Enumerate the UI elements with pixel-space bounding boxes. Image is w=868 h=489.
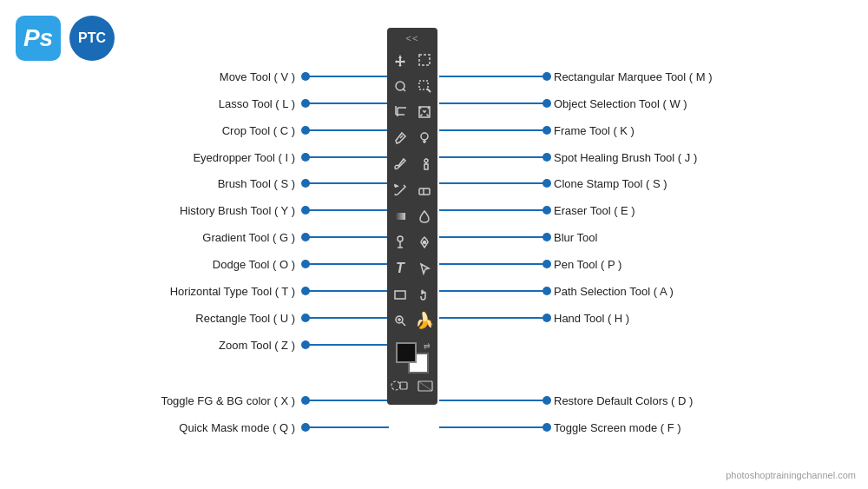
dodge-tool-icon[interactable] xyxy=(389,231,411,254)
svg-point-1 xyxy=(301,72,310,81)
rectangle-tool-label: Rectangle Tool ( U ) xyxy=(195,312,295,325)
rectangular-marquee-label: Rectangular Marquee Tool ( M ) xyxy=(554,70,713,83)
hand-tool-icon[interactable] xyxy=(413,283,436,306)
brush-tool-icon[interactable] xyxy=(389,153,411,175)
path-selection-label: Path Selection Tool ( A ) xyxy=(554,285,674,298)
eraser-tool-label: Eraser Tool ( E ) xyxy=(554,204,635,217)
swap-colors-icon[interactable]: ⇄ xyxy=(424,341,431,350)
svg-rect-80 xyxy=(400,382,407,389)
tool-row-9: T xyxy=(387,255,437,281)
toggle-fg-bg-label: Toggle FG & BG color ( X ) xyxy=(161,394,295,407)
svg-point-27 xyxy=(542,126,551,135)
history-brush-label: History Brush Tool ( Y ) xyxy=(180,204,295,217)
svg-point-21 xyxy=(301,340,310,349)
frame-tool-icon[interactable] xyxy=(413,101,436,123)
svg-marker-50 xyxy=(395,55,405,67)
logos: Ps PTC xyxy=(16,16,115,61)
svg-point-37 xyxy=(542,260,551,268)
svg-point-35 xyxy=(542,233,551,241)
svg-point-23 xyxy=(542,72,551,81)
lasso-tool-label: Lasso Tool ( L ) xyxy=(219,97,295,110)
svg-point-41 xyxy=(542,314,551,322)
svg-line-53 xyxy=(403,89,405,91)
clone-stamp-label: Clone Stamp Tool ( S ) xyxy=(554,177,667,190)
fg-color-box[interactable] xyxy=(396,342,417,363)
svg-point-47 xyxy=(542,396,551,405)
lasso-tool-icon[interactable] xyxy=(389,75,411,97)
tool-row-5 xyxy=(387,151,437,177)
svg-point-63 xyxy=(421,133,428,140)
spot-healing-label: Spot Healing Brush Tool ( J ) xyxy=(554,151,697,164)
pen-tool-icon[interactable] xyxy=(413,231,436,254)
svg-line-82 xyxy=(418,381,432,391)
quick-mask-icon[interactable] xyxy=(388,377,411,394)
tool-row-1 xyxy=(387,47,437,73)
svg-point-49 xyxy=(542,423,551,432)
tool-row-8 xyxy=(387,229,437,255)
svg-point-70 xyxy=(398,236,403,241)
crop-tool-label: Crop Tool ( C ) xyxy=(222,124,295,137)
svg-rect-67 xyxy=(419,188,430,195)
svg-point-9 xyxy=(301,179,310,188)
svg-line-76 xyxy=(402,322,405,326)
path-selection-icon[interactable] xyxy=(413,257,436,280)
type-tool-icon[interactable]: T xyxy=(389,257,411,280)
color-boxes[interactable]: ⇄ xyxy=(396,342,429,373)
gradient-tool-icon[interactable] xyxy=(389,205,411,228)
clone-stamp-icon[interactable] xyxy=(413,153,436,175)
dodge-tool-label: Dodge Tool ( O ) xyxy=(213,258,295,271)
zoom-tool-label: Zoom Tool ( Z ) xyxy=(219,339,295,352)
horizontal-type-label: Horizontal Type Tool ( T ) xyxy=(170,285,295,298)
svg-point-39 xyxy=(542,287,551,295)
eyedropper-tool-label: Eyedropper Tool ( I ) xyxy=(193,151,295,164)
svg-point-43 xyxy=(301,396,310,405)
svg-point-5 xyxy=(301,126,310,135)
watermark: photoshoptrainingchannel.com xyxy=(726,470,856,480)
tool-row-3 xyxy=(387,99,437,125)
move-tool-label: Move Tool ( V ) xyxy=(220,70,295,83)
svg-point-13 xyxy=(301,233,310,241)
zoom-tool-icon[interactable] xyxy=(389,309,411,332)
spot-healing-icon[interactable] xyxy=(413,127,436,149)
eraser-icon[interactable] xyxy=(413,179,436,202)
history-brush-icon[interactable] xyxy=(389,179,411,202)
tool-row-6 xyxy=(387,177,437,203)
ptc-logo: PTC xyxy=(69,16,115,61)
rectangle-tool-icon[interactable] xyxy=(389,283,411,306)
svg-line-62 xyxy=(400,135,403,138)
svg-point-15 xyxy=(301,260,310,268)
svg-rect-51 xyxy=(419,55,430,65)
svg-point-11 xyxy=(301,206,310,215)
move-tool-icon[interactable] xyxy=(389,49,411,71)
color-section: ⇄ xyxy=(387,339,437,398)
blur-tool-label: Blur Tool xyxy=(554,231,597,244)
quick-mask-label: Quick Mask mode ( Q ) xyxy=(179,421,295,434)
blur-tool-icon[interactable] xyxy=(413,205,436,228)
svg-point-3 xyxy=(301,99,310,108)
eyedropper-icon[interactable] xyxy=(389,127,411,149)
crop-tool-icon[interactable] xyxy=(389,101,411,123)
tool-row-10 xyxy=(387,281,437,307)
tool-row-11: 🍌 xyxy=(387,307,437,334)
svg-point-79 xyxy=(391,381,400,390)
frame-tool-label: Frame Tool ( K ) xyxy=(554,124,635,137)
object-selection-label: Object Selection Tool ( W ) xyxy=(554,97,687,110)
svg-point-73 xyxy=(424,241,426,244)
rectangular-marquee-icon[interactable] xyxy=(413,49,436,71)
svg-rect-74 xyxy=(395,291,405,299)
svg-point-29 xyxy=(542,153,551,162)
svg-point-66 xyxy=(424,159,428,162)
gradient-tool-label: Gradient Tool ( G ) xyxy=(202,231,295,244)
restore-default-label: Restore Default Colors ( D ) xyxy=(554,394,693,407)
sample-icon: 🍌 xyxy=(413,309,436,332)
toggle-screen-label: Toggle Screen mode ( F ) xyxy=(554,421,681,434)
hand-tool-label: Hand Tool ( H ) xyxy=(554,312,629,325)
object-selection-icon[interactable] xyxy=(413,75,436,97)
panel-collapse-button[interactable]: << xyxy=(406,33,419,43)
screen-mode-icon[interactable] xyxy=(414,377,437,394)
tool-row-2 xyxy=(387,73,437,99)
svg-rect-54 xyxy=(419,81,428,89)
svg-point-31 xyxy=(542,179,551,188)
mode-row xyxy=(388,377,437,394)
ps-logo: Ps xyxy=(16,16,61,61)
